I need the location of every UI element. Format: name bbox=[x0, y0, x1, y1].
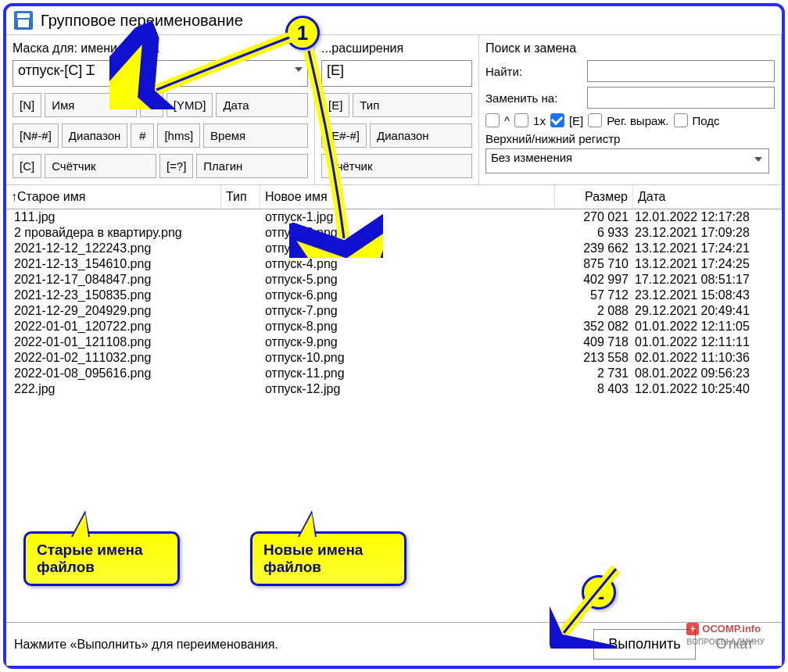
btn-n[interactable]: [N] bbox=[13, 93, 41, 117]
btn-ext-type[interactable]: Тип bbox=[353, 93, 472, 117]
col-ext[interactable]: Тип bbox=[221, 185, 260, 209]
execute-button[interactable]: Выполнить bbox=[593, 629, 695, 659]
file-row[interactable]: 2021-12-12_122243.pngотпуск-3.png239 662… bbox=[6, 241, 782, 256]
find-input[interactable] bbox=[587, 60, 775, 82]
reload-icon[interactable]: ↻ bbox=[572, 636, 584, 653]
watermark: +OCOMP.info ВОПРОСЫ АДМИНУ bbox=[686, 623, 765, 647]
case-select[interactable]: Без изменения bbox=[485, 148, 769, 173]
btn-range[interactable]: [N#-#] bbox=[13, 123, 59, 148]
window-title: Групповое переименование bbox=[41, 12, 243, 30]
file-row[interactable]: 2 провайдера в квартиру.pngотпуск-2.png6… bbox=[6, 225, 782, 241]
chk-ext[interactable] bbox=[550, 113, 564, 127]
file-row[interactable]: 2022-01-01_121108.pngотпуск-9.png409 718… bbox=[6, 334, 782, 350]
btn-plugin[interactable]: Плагин bbox=[196, 154, 308, 178]
replace-label: Заменить на: bbox=[485, 91, 579, 105]
file-row[interactable]: 2021-12-23_150835.pngотпуск-6.png57 7122… bbox=[6, 288, 782, 303]
col-old-name[interactable]: ↑Старое имя bbox=[6, 185, 221, 209]
chevron-down-icon bbox=[295, 67, 303, 72]
btn-ext-e[interactable]: [E] bbox=[321, 93, 349, 117]
ext-mask-panel: ...расширения [E] [E] Тип [E#-#] Диапазо… bbox=[315, 35, 479, 184]
save-icon bbox=[14, 11, 33, 30]
file-row[interactable]: 2022-01-08_095616.pngотпуск-11.png2 7310… bbox=[6, 366, 782, 381]
btn-ext-counter[interactable]: Счётчик bbox=[321, 154, 472, 178]
file-row[interactable]: 222.jpgотпуск-12.jpg8 40312.01.2022 10:2… bbox=[6, 381, 782, 397]
chk-subst[interactable] bbox=[674, 113, 688, 127]
btn-hms[interactable]: [hms] bbox=[157, 123, 200, 148]
btn-ext-range-label[interactable]: Диапазон bbox=[370, 123, 472, 148]
filename-mask-panel: Маска для: имени файла отпуск-[C] Ꮖ [N] … bbox=[6, 35, 315, 184]
chk-once[interactable] bbox=[514, 113, 528, 127]
btn-counter[interactable]: Счётчик bbox=[45, 154, 156, 178]
file-row[interactable]: 2022-01-01_120722.pngотпуск-8.png352 082… bbox=[6, 319, 782, 334]
plus-icon: + bbox=[686, 623, 699, 635]
col-new-name[interactable]: Новое имя bbox=[260, 185, 555, 209]
chevron-down-icon bbox=[754, 157, 762, 162]
chk-regex[interactable] bbox=[588, 113, 602, 127]
filename-mask-label: Маска для: имени файла bbox=[13, 41, 308, 55]
search-title: Поиск и замена bbox=[485, 41, 775, 55]
config-panels: Маска для: имени файла отпуск-[C] Ꮖ [N] … bbox=[6, 34, 782, 185]
callout-new-names: Новые имена файлов bbox=[250, 531, 407, 586]
btn-date[interactable]: Дата bbox=[216, 93, 308, 117]
btn-hash[interactable]: # bbox=[131, 123, 154, 148]
annotation-badge-1: 1 bbox=[285, 16, 320, 50]
file-row[interactable]: 2021-12-29_204929.pngотпуск-7.png2 08829… bbox=[6, 303, 782, 319]
case-label: Верхний/нижний регистр bbox=[485, 132, 775, 145]
replace-input[interactable] bbox=[587, 87, 775, 109]
file-row[interactable]: 2021-12-17_084847.pngотпуск-5.png402 997… bbox=[6, 272, 782, 288]
btn-name[interactable]: Имя bbox=[45, 93, 137, 117]
btn-eq[interactable]: [=?] bbox=[159, 154, 193, 178]
ext-mask-label: ...расширения bbox=[321, 41, 472, 55]
status-message: Нажмите «Выполнить» для переименования. bbox=[14, 638, 572, 652]
titlebar: Групповое переименование bbox=[6, 6, 782, 34]
btn-plusminus[interactable]: ± bbox=[140, 93, 163, 117]
find-label: Найти: bbox=[485, 65, 579, 78]
btn-counter-c[interactable]: [C] bbox=[13, 154, 41, 178]
text-cursor-icon: Ꮖ bbox=[86, 63, 97, 79]
btn-ext-range[interactable]: [E#-#] bbox=[321, 123, 367, 148]
statusbar: Нажмите «Выполнить» для переименования. … bbox=[6, 622, 782, 666]
file-table-header: ↑Старое имя Тип Новое имя Размер Дата bbox=[6, 185, 782, 209]
btn-time[interactable]: Время bbox=[203, 123, 308, 148]
callout-old-names: Старые имена файлов bbox=[23, 531, 180, 586]
file-row[interactable]: 2021-12-13_154610.pngотпуск-4.png875 710… bbox=[6, 256, 782, 272]
search-replace-panel: Поиск и замена Найти: Заменить на: ^ 1x … bbox=[479, 35, 782, 184]
filename-mask-input[interactable]: отпуск-[C] Ꮖ bbox=[13, 60, 308, 87]
file-row[interactable]: 111.jpgотпуск-1.jpg270 02112.01.2022 12:… bbox=[6, 209, 782, 225]
ext-mask-input[interactable]: [E] bbox=[321, 60, 472, 87]
col-size[interactable]: Размер bbox=[555, 185, 633, 209]
col-date[interactable]: Дата bbox=[633, 185, 782, 209]
annotation-badge-2: 2 bbox=[582, 575, 616, 609]
file-table-body: 111.jpgотпуск-1.jpg270 02112.01.2022 12:… bbox=[6, 209, 782, 553]
btn-ymd[interactable]: [YMD] bbox=[167, 93, 213, 117]
btn-range-label[interactable]: Диапазон bbox=[62, 123, 128, 148]
chk-caret[interactable] bbox=[485, 113, 500, 127]
file-row[interactable]: 2022-01-02_111032.pngотпуск-10.png213 55… bbox=[6, 350, 782, 366]
